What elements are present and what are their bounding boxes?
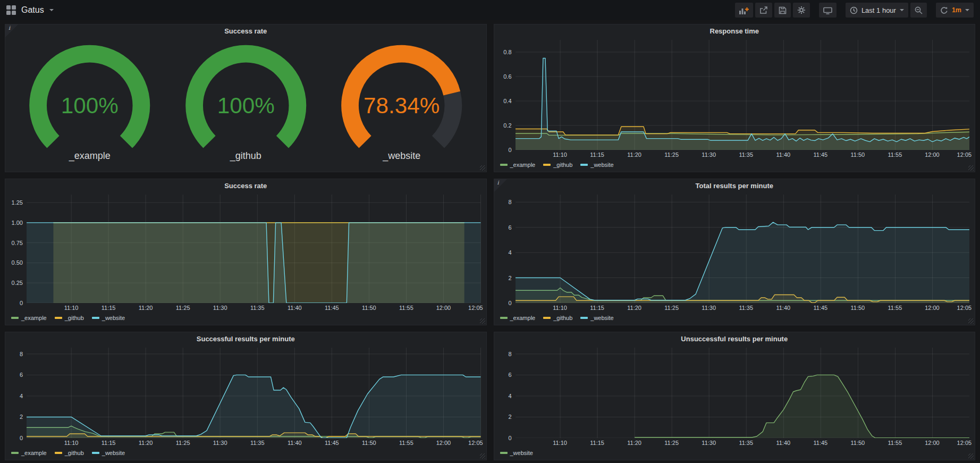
x-tick-label: 11:45: [813, 305, 827, 311]
refresh-icon: [940, 6, 948, 14]
legend-item-_example[interactable]: _example: [500, 162, 536, 168]
resize-handle[interactable]: [480, 453, 485, 459]
y-axis: 02468: [9, 348, 27, 438]
line-chart: 02468 11:1011:1511:2011:2511:3011:3511:4…: [494, 192, 975, 325]
panel-response-time: Response time 00.20.40.60.8 11:1011:1511…: [494, 24, 976, 172]
y-tick-label: 0.75: [12, 240, 23, 246]
legend-swatch: [92, 452, 99, 454]
gauge-_github: 100%_github: [168, 43, 324, 162]
x-tick-label: 12:00: [925, 305, 940, 311]
time-range-picker[interactable]: Last 1 hour: [846, 3, 908, 18]
legend-item-_github[interactable]: _github: [543, 315, 572, 321]
y-tick-label: 0.25: [12, 280, 23, 286]
legend-label: _example: [21, 450, 47, 456]
x-tick-label: 11:50: [851, 440, 865, 446]
resize-handle[interactable]: [480, 165, 485, 171]
panel-info-corner[interactable]: [5, 24, 18, 37]
x-tick-label: 11:30: [213, 440, 227, 446]
x-tick-label: 11:10: [64, 305, 79, 311]
legend-swatch: [543, 317, 551, 319]
dashboard-settings-button[interactable]: [793, 3, 810, 18]
x-tick-label: 11:40: [776, 151, 790, 158]
plot-area[interactable]: [516, 195, 970, 303]
gauge-value: 100%: [217, 93, 274, 118]
legend-item-_github[interactable]: _github: [55, 450, 84, 456]
y-tick-label: 6: [508, 372, 511, 378]
y-axis: 02468: [497, 348, 516, 438]
legend-label: _website: [590, 162, 613, 168]
resize-handle[interactable]: [968, 318, 974, 324]
x-tick-label: 11:15: [590, 440, 604, 446]
apps-grid-icon[interactable]: [6, 5, 16, 15]
legend-item-_website[interactable]: _website: [92, 315, 125, 321]
cycle-view-mode-button[interactable]: [819, 3, 837, 18]
gauge-track-arc: [438, 94, 453, 142]
dashboard-grid: i Success rate 100%_example100%_github78…: [0, 20, 980, 463]
series-fill-_website: [635, 375, 969, 438]
resize-handle[interactable]: [968, 165, 974, 171]
x-tick-label: 11:50: [851, 151, 865, 158]
x-tick-label: 11:45: [325, 305, 339, 311]
legend-item-_github[interactable]: _github: [55, 315, 84, 321]
y-tick-label: 0: [508, 300, 511, 306]
panel-title[interactable]: Unsuccessful results per minute: [494, 332, 975, 346]
legend-label: _website: [590, 315, 613, 321]
legend-label: _website: [102, 315, 125, 321]
legend-item-_example[interactable]: _example: [500, 315, 536, 321]
x-tick-label: 11:10: [553, 151, 567, 158]
x-axis: 11:1011:1511:2011:2511:3011:3511:4011:45…: [27, 303, 481, 312]
share-dashboard-button[interactable]: [755, 3, 772, 18]
panel-title[interactable]: Total results per minute: [494, 179, 975, 192]
panel-title[interactable]: Success rate: [5, 179, 486, 192]
panel-title[interactable]: Successful results per minute: [5, 332, 486, 346]
dashboard-title[interactable]: Gatus: [21, 5, 44, 15]
x-tick-label: 11:45: [813, 440, 827, 446]
zoom-out-button[interactable]: [910, 3, 927, 18]
x-tick-label: 11:25: [664, 440, 679, 446]
line-chart: 02468 11:1011:1511:2011:2511:3011:3511:4…: [5, 346, 486, 460]
legend-item-_website[interactable]: _website: [580, 162, 613, 168]
legend-item-_website[interactable]: _website: [500, 450, 533, 456]
y-tick-label: 0: [20, 435, 23, 441]
chevron-down-icon: [900, 9, 904, 11]
panel-info-corner[interactable]: [494, 179, 507, 192]
plot-area[interactable]: [516, 348, 970, 438]
x-tick-label: 11:35: [739, 305, 753, 311]
chevron-down-icon: [965, 9, 969, 11]
refresh-picker[interactable]: 1m: [936, 3, 974, 18]
refresh-interval-label: 1m: [952, 6, 961, 14]
series-line-_website: [516, 58, 970, 142]
resize-handle[interactable]: [968, 453, 974, 459]
y-tick-label: 2: [20, 414, 23, 420]
dashboard-breadcrumb[interactable]: Gatus: [6, 5, 54, 15]
save-dashboard-button[interactable]: [774, 3, 791, 18]
x-tick-label: 12:00: [925, 151, 940, 158]
legend-swatch: [500, 452, 508, 454]
plot-area[interactable]: [27, 348, 481, 438]
y-axis: 00.20.40.60.8: [497, 40, 516, 150]
legend-item-_github[interactable]: _github: [543, 162, 572, 168]
panel-title[interactable]: Success rate: [5, 24, 486, 38]
legend-label: _github: [553, 162, 572, 168]
resize-handle[interactable]: [480, 318, 485, 324]
y-axis: 02468: [497, 195, 516, 303]
x-axis: 11:1011:1511:2011:2511:3011:3511:4011:45…: [516, 150, 970, 159]
line-chart: 00.20.40.60.8 11:1011:1511:2011:2511:301…: [494, 38, 975, 172]
add-panel-button[interactable]: [735, 3, 753, 18]
legend-item-_website[interactable]: _website: [92, 450, 125, 456]
plot-area[interactable]: [27, 195, 481, 303]
legend-label: _example: [21, 315, 47, 321]
legend-item-_example[interactable]: _example: [11, 450, 47, 456]
x-tick-label: 11:30: [702, 305, 716, 311]
legend-label: _website: [510, 450, 533, 456]
tv-monitor-icon: [823, 6, 832, 14]
x-tick-label: 11:55: [888, 305, 902, 311]
panel-title[interactable]: Response time: [494, 24, 975, 38]
y-tick-label: 0.4: [503, 98, 511, 104]
x-axis: 11:1011:1511:2011:2511:3011:3511:4011:45…: [516, 438, 970, 447]
legend-swatch: [11, 317, 19, 319]
legend-swatch: [92, 317, 99, 319]
plot-area[interactable]: [516, 40, 970, 150]
legend-item-_example[interactable]: _example: [11, 315, 47, 321]
legend-item-_website[interactable]: _website: [580, 315, 613, 321]
